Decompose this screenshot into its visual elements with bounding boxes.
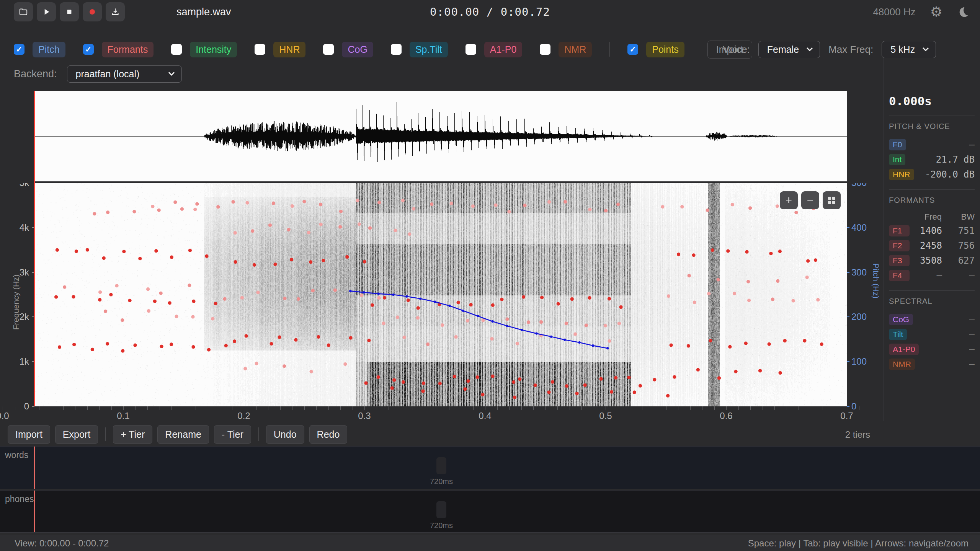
time-tick xyxy=(618,406,618,410)
measurements-sidebar: 0.000s PITCH & VOICEF0—Int21.7 dBHNR-200… xyxy=(884,57,980,372)
time-tick xyxy=(774,406,775,410)
time-tick xyxy=(763,406,763,410)
time-tick xyxy=(823,406,823,410)
formant-freq-value: 3508 xyxy=(910,255,942,266)
bw-column-header: BW xyxy=(942,212,975,222)
formant-freq-value: 2458 xyxy=(910,240,942,251)
time-tick xyxy=(316,406,317,410)
tier-row-words[interactable]: words 720ms xyxy=(0,446,980,489)
time-tick xyxy=(136,406,136,410)
measure-value: 21.7 dB xyxy=(936,154,975,165)
nmr-chip: NMR xyxy=(889,359,915,370)
time-tick xyxy=(811,406,811,410)
maxfreq-select[interactable]: 5 kHz xyxy=(882,41,936,58)
voice-select[interactable]: Female xyxy=(758,41,820,58)
export-tier-button[interactable]: Export xyxy=(55,425,98,444)
measure-row: CoG— xyxy=(889,312,975,327)
tier-name: phones xyxy=(5,494,34,504)
points-chip[interactable]: Points xyxy=(646,42,684,57)
redo-tier-button[interactable]: Redo xyxy=(309,425,348,444)
tier-boundary-handle[interactable] xyxy=(436,457,446,474)
pitch-tick xyxy=(847,183,849,183)
zoom-in-button[interactable]: + xyxy=(780,191,798,209)
toolbar-divider xyxy=(258,427,259,441)
tier-playhead xyxy=(34,491,35,532)
analysis-controls: Voice: Female Max Freq: 5 kHz xyxy=(723,41,936,58)
open-file-button[interactable] xyxy=(14,2,33,21)
a1p0-chip[interactable]: A1-P0 xyxy=(484,42,522,57)
frequency-axis-title: Frequency (Hz) xyxy=(11,274,21,330)
freq-tick-label: 2k xyxy=(20,311,29,322)
pitch-tick-label: 300 xyxy=(851,267,867,278)
section-header: PITCH & VOICE xyxy=(889,122,975,131)
playhead-cursor xyxy=(34,91,35,406)
hnr-checkbox[interactable] xyxy=(255,44,265,55)
grid-dot xyxy=(828,197,831,200)
time-tick xyxy=(546,406,546,410)
time-tick xyxy=(533,406,534,410)
tier-row-phones[interactable]: phones 720ms xyxy=(0,490,980,533)
formant-row: F11406751 xyxy=(889,223,975,238)
measure-row: Int21.7 dB xyxy=(889,152,975,167)
time-tick xyxy=(304,406,305,410)
formant-bw-value: 756 xyxy=(942,240,975,251)
download-button[interactable] xyxy=(106,2,125,21)
points-checkbox[interactable]: ✓ xyxy=(627,44,638,55)
toggle-intensity: Intensity xyxy=(171,42,237,57)
a1p0-checkbox[interactable] xyxy=(466,44,476,55)
settings-gear-icon[interactable]: ⚙ xyxy=(930,5,942,19)
time-tick xyxy=(268,406,268,410)
play-button[interactable] xyxy=(37,2,56,21)
dark-mode-moon-icon[interactable] xyxy=(957,6,969,18)
stop-button[interactable] xyxy=(60,2,79,21)
time-tick xyxy=(196,406,196,410)
freq-tick-label: 1k xyxy=(20,356,29,367)
time-tick xyxy=(594,406,594,410)
pitch-chip[interactable]: Pitch xyxy=(33,42,65,57)
pitch-tick-label: 100 xyxy=(851,356,867,367)
nmr-chip[interactable]: NMR xyxy=(559,42,592,57)
cog-chip[interactable]: CoG xyxy=(342,42,373,57)
backend-select[interactable]: praatfan (local) xyxy=(67,65,182,83)
import-tier-button[interactable]: Import xyxy=(8,425,50,444)
toolbar-divider xyxy=(105,427,106,441)
toggle-formants: ✓Formants xyxy=(83,42,154,57)
tier-boundary-handle[interactable] xyxy=(436,501,446,518)
nmr-checkbox[interactable] xyxy=(540,44,550,55)
freq-column-header: Freq xyxy=(909,212,942,222)
time-tick xyxy=(208,406,208,410)
tier-playhead xyxy=(34,447,35,489)
zoom-reset-button[interactable] xyxy=(823,191,841,209)
time-tick xyxy=(256,406,256,410)
zoom-out-button[interactable]: − xyxy=(801,191,819,209)
time-tick xyxy=(401,406,401,410)
sptilt-chip[interactable]: Sp.Tilt xyxy=(410,42,448,57)
waveform-canvas[interactable] xyxy=(34,91,847,181)
cog-checkbox[interactable] xyxy=(323,44,334,55)
time-tick xyxy=(27,406,27,410)
formant-row: F4—— xyxy=(889,268,975,283)
voice-select-value: Female xyxy=(767,44,799,55)
tier-tier-button[interactable]: - Tier xyxy=(214,425,251,444)
hnr-chip: HNR xyxy=(889,169,914,180)
intensity-chip[interactable]: Intensity xyxy=(190,42,237,57)
record-button[interactable] xyxy=(83,2,102,21)
formants-checkbox[interactable]: ✓ xyxy=(83,44,94,55)
a1p0-chip: A1-P0 xyxy=(889,344,919,355)
keyboard-hints: Space: play | Tab: play visible | Arrows… xyxy=(748,538,969,549)
time-tick-label: 0.3 xyxy=(358,411,371,421)
intensity-checkbox[interactable] xyxy=(171,44,182,55)
file-name: sample.wav xyxy=(176,6,231,18)
pitch-tick-label: 400 xyxy=(851,222,867,233)
sample-rate: 48000 Hz xyxy=(873,6,915,18)
formants-chip[interactable]: Formants xyxy=(102,42,154,57)
hnr-chip[interactable]: HNR xyxy=(273,42,305,57)
time-tick xyxy=(232,406,232,410)
undo-tier-button[interactable]: Undo xyxy=(266,425,304,444)
tier-toolbar: ImportExport+ TierRename- TierUndoRedo xyxy=(8,425,347,444)
sptilt-checkbox[interactable] xyxy=(391,44,402,55)
tier-tier-button[interactable]: + Tier xyxy=(113,425,152,444)
pitch-checkbox[interactable]: ✓ xyxy=(14,44,24,55)
spectrogram-canvas[interactable] xyxy=(34,183,847,406)
rename-tier-button[interactable]: Rename xyxy=(157,425,209,444)
